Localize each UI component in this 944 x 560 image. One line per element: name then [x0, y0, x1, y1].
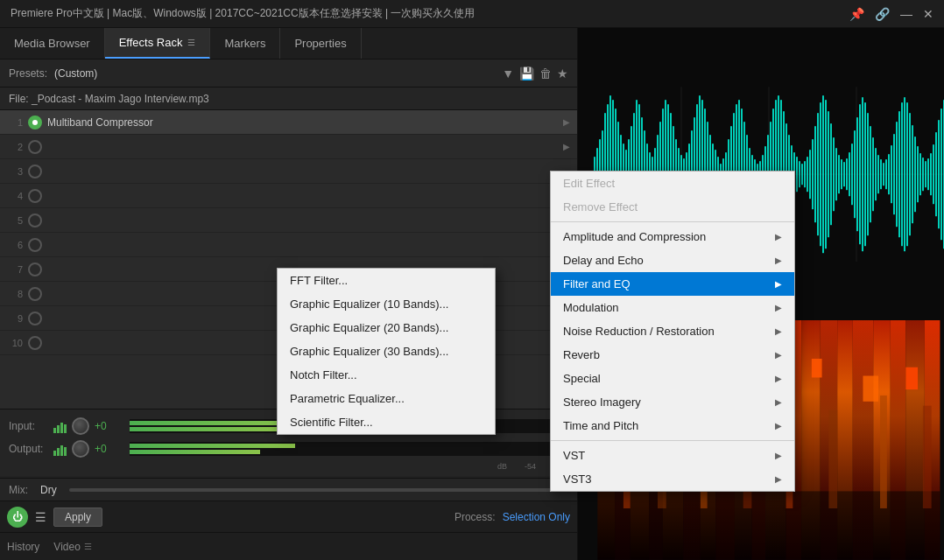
- effect-row-1[interactable]: 1 Multiband Compressor ▶: [0, 110, 577, 135]
- effect-num-3: 3: [7, 166, 23, 177]
- effect-expand-2[interactable]: ▶: [563, 142, 570, 151]
- svg-rect-136: [938, 120, 940, 228]
- svg-rect-108: [864, 102, 866, 246]
- svg-rect-124: [906, 102, 908, 246]
- presets-dropdown-btn[interactable]: ▼: [502, 66, 514, 80]
- tab-markers[interactable]: Markers: [210, 28, 280, 59]
- svg-rect-116: [885, 159, 887, 189]
- svg-rect-89: [814, 126, 816, 222]
- svg-rect-111: [872, 137, 874, 211]
- svg-rect-91: [820, 102, 821, 246]
- menu-item-time-pitch[interactable]: Time and Pitch ▶: [551, 414, 794, 438]
- svg-rect-84: [801, 164, 803, 185]
- power-button[interactable]: ⏻: [7, 507, 28, 528]
- menu-separator-1: [551, 221, 794, 222]
- menu-item-notch-filter[interactable]: Notch Filter...: [278, 363, 495, 387]
- menu-item-reverb[interactable]: Reverb ▶: [551, 343, 794, 367]
- effect-power-7[interactable]: [28, 262, 42, 276]
- list-icon[interactable]: ☰: [35, 510, 46, 524]
- menu-item-remove-effect[interactable]: Remove Effect: [551, 195, 794, 219]
- menu-item-scientific-filter[interactable]: Scientific Filter...: [278, 410, 495, 434]
- svg-rect-175: [880, 396, 887, 508]
- effect-row-6[interactable]: 6: [0, 233, 577, 257]
- svg-rect-137: [940, 108, 942, 240]
- external-link-icon[interactable]: 🔗: [875, 7, 890, 21]
- menu-item-noise-reduction[interactable]: Noise Reduction / Restoration ▶: [551, 319, 794, 343]
- mix-value: Dry: [40, 484, 57, 496]
- svg-rect-130: [922, 158, 924, 191]
- titlebar-controls: 📌 🔗 — ✕: [849, 7, 933, 21]
- vst-arrow-icon: ▶: [775, 451, 782, 460]
- svg-rect-168: [598, 492, 940, 560]
- effect-row-4[interactable]: 4: [0, 184, 577, 208]
- output-value: +0: [95, 443, 121, 455]
- tab-effects-rack[interactable]: Effects Rack ☰: [105, 28, 211, 59]
- menu-item-modulation[interactable]: Modulation ▶: [551, 296, 794, 319]
- menu-item-filter-eq[interactable]: Filter and EQ ▶: [551, 272, 794, 296]
- effect-row-3[interactable]: 3: [0, 159, 577, 184]
- presets-favorite-btn[interactable]: ★: [557, 66, 568, 80]
- time-pitch-arrow-icon: ▶: [775, 421, 782, 430]
- menu-item-geq-10[interactable]: Graphic Equalizer (10 Bands)...: [278, 292, 495, 316]
- mix-slider-track[interactable]: [69, 488, 561, 492]
- tab-properties[interactable]: Properties: [280, 28, 361, 59]
- svg-rect-86: [807, 157, 808, 192]
- menu-item-geq-20[interactable]: Graphic Equalizer (20 Bands)...: [278, 316, 495, 340]
- menu-item-fft-filter[interactable]: FFT Filter...: [278, 269, 495, 292]
- effect-row-2[interactable]: 2 ▶: [0, 135, 577, 159]
- menu-item-geq-30[interactable]: Graphic Equalizer (30 Bands)...: [278, 340, 495, 363]
- svg-rect-96: [833, 137, 835, 211]
- svg-rect-165: [812, 359, 822, 377]
- effect-power-10[interactable]: [28, 336, 42, 350]
- svg-rect-128: [917, 146, 919, 202]
- effect-power-6[interactable]: [28, 238, 42, 252]
- effect-row-5[interactable]: 5: [0, 208, 577, 233]
- effect-power-1[interactable]: [28, 116, 42, 130]
- minimize-icon[interactable]: —: [900, 7, 912, 21]
- input-bars: [53, 419, 67, 433]
- svg-rect-121: [898, 111, 900, 237]
- context-menu-filter-eq: FFT Filter... Graphic Equalizer (10 Band…: [277, 268, 496, 435]
- tab-history[interactable]: History: [7, 537, 39, 556]
- menu-item-amplitude[interactable]: Amplitude and Compression ▶: [551, 225, 794, 248]
- svg-rect-166: [863, 376, 878, 402]
- effect-num-4: 4: [7, 191, 23, 201]
- effect-power-8[interactable]: [28, 287, 42, 301]
- effect-name-1: Multiband Compressor: [47, 116, 558, 129]
- svg-rect-134: [933, 144, 934, 204]
- menu-item-vst[interactable]: VST ▶: [551, 444, 794, 467]
- output-row: Output: +0: [9, 438, 568, 460]
- menu-item-delay-echo[interactable]: Delay and Echo ▶: [551, 248, 794, 272]
- menu-item-edit-effect[interactable]: Edit Effect: [551, 172, 794, 195]
- apply-button[interactable]: Apply: [53, 508, 102, 527]
- effect-power-4[interactable]: [28, 189, 42, 203]
- svg-rect-110: [870, 126, 871, 222]
- menu-item-special[interactable]: Special ▶: [551, 367, 794, 390]
- menu-item-parametric-eq[interactable]: Parametric Equalizer...: [278, 387, 495, 410]
- tab-video[interactable]: Video ☰: [53, 537, 91, 556]
- svg-rect-113: [877, 155, 879, 193]
- presets-save-btn[interactable]: 💾: [519, 66, 534, 80]
- presets-delete-btn[interactable]: 🗑: [539, 66, 552, 80]
- menu-item-stereo-imagery[interactable]: Stereo Imagery ▶: [551, 390, 794, 414]
- svg-rect-123: [904, 97, 905, 251]
- svg-rect-126: [912, 125, 913, 223]
- effect-power-2[interactable]: [28, 140, 42, 154]
- output-knob[interactable]: [72, 440, 89, 458]
- effect-power-dot-1: [32, 120, 38, 125]
- tab-media-browser[interactable]: Media Browser: [0, 28, 105, 59]
- stereo-arrow-icon: ▶: [775, 397, 782, 407]
- effect-power-3[interactable]: [28, 164, 42, 178]
- menu-item-vst3[interactable]: VST3 ▶: [551, 467, 794, 491]
- presets-controls: ▼ 💾 🗑 ★: [502, 66, 568, 80]
- modulation-arrow-icon: ▶: [775, 303, 782, 312]
- effect-expand-1[interactable]: ▶: [563, 117, 570, 127]
- effect-power-5[interactable]: [28, 214, 42, 228]
- titlebar: Premiere Pro中文版 | Mac版、Windows版 | 2017CC…: [0, 0, 944, 28]
- close-icon[interactable]: ✕: [923, 7, 933, 21]
- input-knob[interactable]: [72, 417, 89, 435]
- pin-icon[interactable]: 📌: [849, 7, 864, 21]
- filter-arrow-icon: ▶: [775, 279, 782, 289]
- effect-power-9[interactable]: [28, 312, 42, 326]
- special-arrow-icon: ▶: [775, 374, 782, 383]
